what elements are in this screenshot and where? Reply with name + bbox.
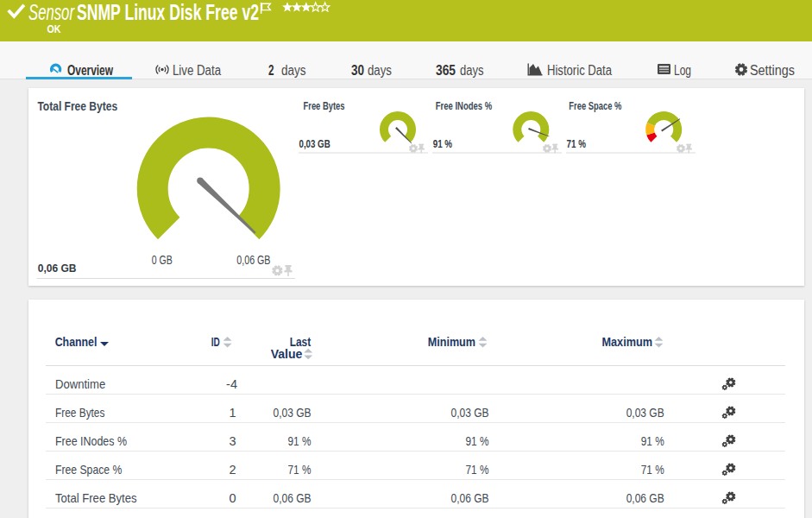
svg-text:Channel: Channel [55,335,98,349]
svg-text:0: 0 [229,491,236,505]
svg-text:Overview: Overview [67,63,113,78]
svg-text:365: 365 [436,63,456,78]
svg-text:71 %: 71 % [466,463,489,477]
svg-text:OK: OK [47,22,62,35]
svg-text:2: 2 [268,63,274,78]
svg-text:71 %: 71 % [641,463,664,477]
svg-text:Live Data: Live Data [173,63,221,78]
svg-text:Sensor: Sensor [28,0,75,24]
svg-text:Free Bytes: Free Bytes [304,99,345,112]
svg-text:-4: -4 [226,377,237,391]
svg-text:Total Free Bytes: Total Free Bytes [37,99,117,113]
svg-text:0,06 GB: 0,06 GB [451,491,489,505]
svg-text:0,06 GB: 0,06 GB [626,491,664,505]
svg-text:Free INodes %: Free INodes % [436,99,493,112]
svg-text:Log: Log [674,63,691,78]
svg-text:30: 30 [351,63,364,78]
svg-text:Maximum: Maximum [602,335,653,349]
svg-text:days: days [368,63,392,78]
svg-text:91 %: 91 % [288,434,312,448]
svg-text:0,03 GB: 0,03 GB [451,406,489,420]
svg-text:Historic Data: Historic Data [547,63,612,78]
svg-text:0,03 GB: 0,03 GB [299,137,330,150]
svg-text:91 %: 91 % [641,434,664,448]
svg-text:days: days [460,63,484,78]
svg-text:1: 1 [229,406,236,420]
svg-text:91 %: 91 % [466,434,489,448]
svg-text:Downtime: Downtime [55,377,105,391]
svg-text:Settings: Settings [750,63,795,78]
svg-text:0 GB: 0 GB [152,253,173,267]
svg-text:Free Space %: Free Space % [55,463,122,477]
svg-text:days: days [281,63,306,78]
svg-text:71 %: 71 % [288,463,312,477]
svg-text:91 %: 91 % [433,137,452,150]
svg-text:0,06 GB: 0,06 GB [274,491,312,505]
svg-text:SNMP Linux Disk Free v2: SNMP Linux Disk Free v2 [77,0,259,24]
svg-text:2: 2 [229,463,236,477]
svg-text:0,03 GB: 0,03 GB [274,406,312,420]
svg-text:Free Space %: Free Space % [569,99,621,112]
svg-text:Total Free Bytes: Total Free Bytes [55,491,137,505]
svg-text:3: 3 [229,434,236,448]
svg-text:0,06 GB: 0,06 GB [38,262,77,275]
svg-text:Free INodes %: Free INodes % [55,434,127,448]
svg-text:71 %: 71 % [567,137,586,150]
svg-text:Minimum: Minimum [428,335,475,349]
svg-text:Value: Value [271,347,303,361]
svg-text:0,06 GB: 0,06 GB [236,253,270,267]
svg-text:Free Bytes: Free Bytes [55,406,104,420]
svg-text:0,03 GB: 0,03 GB [626,406,664,420]
svg-text:ID: ID [211,335,220,349]
